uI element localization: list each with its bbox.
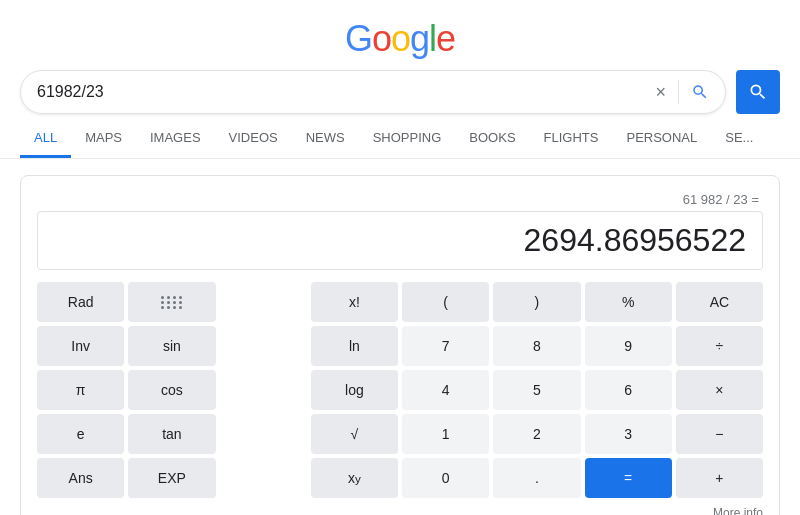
one-btn[interactable]: 1 (402, 414, 489, 454)
pi-btn[interactable]: π (37, 370, 124, 410)
e-btn[interactable]: e (37, 414, 124, 454)
clear-button[interactable]: × (655, 82, 666, 103)
tab-maps[interactable]: MAPS (71, 120, 136, 158)
log-btn[interactable]: log (311, 370, 398, 410)
tab-videos[interactable]: VIDEOS (215, 120, 292, 158)
logo-o1: o (372, 18, 391, 59)
search-button-icon (748, 82, 768, 102)
calc-expression: 61 982 / 23 = (37, 192, 763, 207)
tab-images[interactable]: IMAGES (136, 120, 215, 158)
calc-result: 2694.86956522 (37, 211, 763, 270)
logo-g2: g (410, 18, 429, 59)
divide-btn[interactable]: ÷ (676, 326, 763, 366)
eight-btn[interactable]: 8 (493, 326, 580, 366)
equals-btn[interactable]: = (585, 458, 672, 498)
tab-more[interactable]: SE... (711, 120, 767, 158)
zero-btn[interactable]: 0 (402, 458, 489, 498)
more-info-link[interactable]: More info (713, 506, 763, 515)
search-button[interactable] (736, 70, 780, 114)
search-bar-container: × (0, 70, 800, 114)
three-btn[interactable]: 3 (585, 414, 672, 454)
sin-btn[interactable]: sin (128, 326, 215, 366)
tan-btn[interactable]: tan (128, 414, 215, 454)
multiply-btn[interactable]: × (676, 370, 763, 410)
plus-btn[interactable]: + (676, 458, 763, 498)
search-bar: × (20, 70, 726, 114)
percent-btn[interactable]: % (585, 282, 672, 322)
logo-g1: G (345, 18, 372, 59)
search-icon-inline (691, 83, 709, 101)
calculator: 61 982 / 23 = 2694.86956522 Rad x! ( ) %… (20, 175, 780, 515)
grid-icon (161, 296, 183, 309)
sqrt-btn[interactable]: √ (311, 414, 398, 454)
ac-btn[interactable]: AC (676, 282, 763, 322)
grid-btn[interactable] (128, 282, 215, 322)
exp-btn[interactable]: EXP (128, 458, 215, 498)
dot-btn[interactable]: . (493, 458, 580, 498)
logo-o2: o (391, 18, 410, 59)
cos-btn[interactable]: cos (128, 370, 215, 410)
rad-btn[interactable]: Rad (37, 282, 124, 322)
nav-tabs: ALL MAPS IMAGES VIDEOS NEWS SHOPPING BOO… (0, 120, 800, 159)
nine-btn[interactable]: 9 (585, 326, 672, 366)
tab-shopping[interactable]: SHOPPING (359, 120, 456, 158)
ans-btn[interactable]: Ans (37, 458, 124, 498)
ln-btn[interactable]: ln (311, 326, 398, 366)
search-input[interactable] (37, 83, 655, 101)
power-btn[interactable]: xy (311, 458, 398, 498)
five-btn[interactable]: 5 (493, 370, 580, 410)
search-divider (678, 80, 679, 104)
minus-btn[interactable]: − (676, 414, 763, 454)
seven-btn[interactable]: 7 (402, 326, 489, 366)
logo-l: l (429, 18, 436, 59)
tab-books[interactable]: BOOKS (455, 120, 529, 158)
google-logo: Google (345, 18, 455, 60)
tab-news[interactable]: NEWS (292, 120, 359, 158)
factorial-btn[interactable]: x! (311, 282, 398, 322)
close-paren-btn[interactable]: ) (493, 282, 580, 322)
six-btn[interactable]: 6 (585, 370, 672, 410)
open-paren-btn[interactable]: ( (402, 282, 489, 322)
header: Google (0, 0, 800, 70)
tab-flights[interactable]: FLIGHTS (530, 120, 613, 158)
tab-all[interactable]: ALL (20, 120, 71, 158)
more-info: More info (37, 498, 763, 515)
four-btn[interactable]: 4 (402, 370, 489, 410)
two-btn[interactable]: 2 (493, 414, 580, 454)
inv-btn[interactable]: Inv (37, 326, 124, 366)
logo-e: e (436, 18, 455, 59)
tab-personal[interactable]: PERSONAL (612, 120, 711, 158)
